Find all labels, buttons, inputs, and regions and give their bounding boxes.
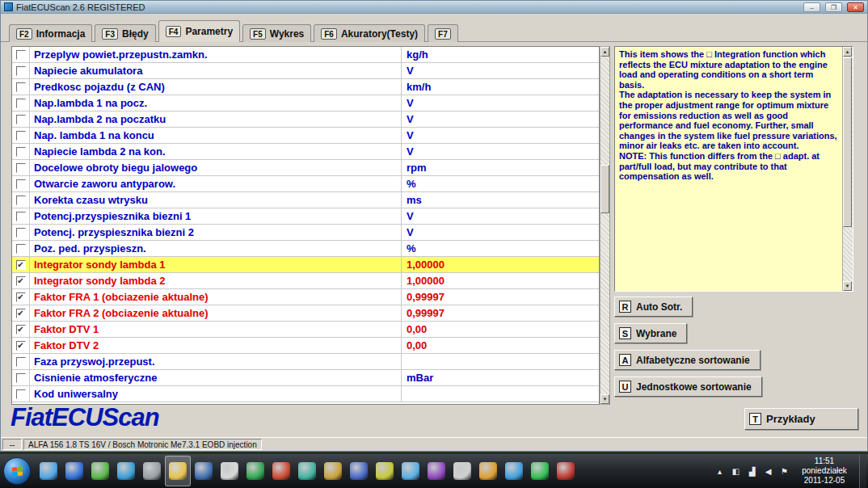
table-row[interactable]: Kod uniwersalny xyxy=(12,386,599,402)
tab-informacja[interactable]: F2 Informacja xyxy=(9,24,92,42)
scrollbar-thumb[interactable] xyxy=(600,165,609,213)
row-checkbox[interactable] xyxy=(16,131,26,141)
parameter-value: 0,00 xyxy=(402,338,599,353)
app-icon[interactable] xyxy=(475,456,501,486)
row-checkbox[interactable] xyxy=(16,292,26,302)
table-row[interactable]: Nap.lambda 2 na poczatku V xyxy=(12,111,599,128)
table-row[interactable]: Nap. lambda 1 na koncu V xyxy=(12,128,599,144)
row-checkbox[interactable] xyxy=(16,325,26,334)
app-icon[interactable] xyxy=(191,456,217,486)
row-checkbox[interactable] xyxy=(16,341,26,351)
app-icon[interactable] xyxy=(242,456,268,486)
row-checkbox[interactable] xyxy=(16,244,26,254)
button-alfabetyczne-sortowanie[interactable]: A Alfabetyczne sortowanie xyxy=(614,350,761,370)
show-desktop-button[interactable] xyxy=(859,454,866,488)
app-icon[interactable] xyxy=(113,456,139,486)
scrollbar-thumb[interactable] xyxy=(843,57,852,227)
table-row[interactable]: Docelowe obroty biegu jalowego rpm xyxy=(12,160,599,176)
app-icon[interactable] xyxy=(398,456,423,486)
button-jednostkowe-sortowanie[interactable]: U Jednostkowe sortowanie xyxy=(614,377,762,397)
scroll-up-arrow-icon[interactable]: ▲ xyxy=(600,47,609,57)
app-icon[interactable] xyxy=(449,456,475,486)
row-checkbox[interactable] xyxy=(16,357,26,367)
table-row[interactable]: Nap.lambda 1 na pocz. V xyxy=(12,95,599,111)
button-auto-sotr-[interactable]: R Auto Sotr. xyxy=(614,297,693,317)
table-row[interactable]: Przeplyw powiet.przepustn.zamkn. kg/h xyxy=(12,47,599,63)
table-row[interactable]: Faktor DTV 1 0,00 xyxy=(12,322,599,338)
row-checkbox[interactable] xyxy=(16,212,26,221)
row-checkbox[interactable] xyxy=(16,163,26,173)
table-row[interactable]: Potencj.przyspiesznika biezni 1 V xyxy=(12,208,599,225)
parameter-name: Cisnienie atmosferyczne xyxy=(30,370,402,385)
tab-b-dy[interactable]: F3 Błędy xyxy=(95,24,155,42)
app-icon[interactable] xyxy=(527,456,553,486)
network-icon[interactable]: ▟ xyxy=(747,467,757,476)
table-row[interactable]: Faktor FRA 1 (obciazenie aktualne) 0,999… xyxy=(12,289,599,305)
row-checkbox[interactable] xyxy=(16,389,26,399)
table-row[interactable]: Napiecie lambda 2 na kon. V xyxy=(12,144,599,160)
app-icon[interactable] xyxy=(423,456,449,486)
button-wybrane[interactable]: S Wybrane xyxy=(614,323,687,343)
examples-button[interactable]: T Przykłady xyxy=(744,408,858,430)
row-checkbox[interactable] xyxy=(16,115,26,124)
hidden-icons-chevron[interactable]: ▴ xyxy=(714,467,725,476)
action-center-flag-icon[interactable]: ⚑ xyxy=(779,467,790,476)
table-row[interactable]: Integrator sondy lambda 1 1,00000 xyxy=(12,257,599,273)
parameter-name: Przeplyw powiet.przepustn.zamkn. xyxy=(30,47,402,62)
row-checkbox[interactable] xyxy=(16,147,26,157)
maximize-button[interactable]: ❐ xyxy=(825,2,842,12)
app-icon[interactable] xyxy=(346,456,372,486)
taskbar-clock[interactable]: 11:51 poniedziałek 2011-12-05 xyxy=(795,456,853,486)
table-row[interactable]: Potencj. przyspiesznika biezni 2 V xyxy=(12,225,599,241)
row-checkbox[interactable] xyxy=(16,373,26,383)
scroll-down-arrow-icon[interactable]: ▼ xyxy=(600,394,609,404)
checkbox-cell xyxy=(12,273,30,288)
row-checkbox[interactable] xyxy=(16,179,26,189)
table-row[interactable]: Faktor DTV 2 0,00 xyxy=(12,338,599,354)
table-row[interactable]: Faza przyswoj.przepust. xyxy=(12,354,599,370)
row-checkbox[interactable] xyxy=(16,50,26,60)
display-icon[interactable]: ◧ xyxy=(731,467,741,476)
table-row[interactable]: Cisnienie atmosferyczne mBar xyxy=(12,370,599,386)
row-checkbox[interactable] xyxy=(16,228,26,238)
app-icon[interactable] xyxy=(217,456,242,486)
app-icon[interactable] xyxy=(501,456,527,486)
table-row[interactable]: Faktor FRA 2 (obciazenie aktualne) 0,999… xyxy=(12,305,599,322)
start-button[interactable] xyxy=(3,457,31,485)
row-checkbox[interactable] xyxy=(16,66,26,76)
tab-f7[interactable]: F7 xyxy=(428,24,458,42)
tab-wykres[interactable]: F5 Wykres xyxy=(242,24,311,42)
table-row[interactable]: Korekta czasu wtrysku ms xyxy=(12,192,599,208)
internet-explorer-icon[interactable] xyxy=(36,456,61,486)
table-row[interactable]: Napiecie akumulatora V xyxy=(12,63,599,79)
row-checkbox[interactable] xyxy=(16,309,26,318)
parameter-name: Docelowe obroty biegu jalowego xyxy=(30,160,402,175)
tab-akuratory-testy-[interactable]: F6 Akuratory(Testy) xyxy=(314,24,425,42)
row-checkbox[interactable] xyxy=(16,99,26,108)
row-checkbox[interactable] xyxy=(16,82,26,92)
app-icon[interactable] xyxy=(139,456,165,486)
table-row[interactable]: Predkosc pojazdu (z CAN) km/h xyxy=(12,79,599,95)
app-icon[interactable] xyxy=(61,456,87,486)
table-row[interactable]: Integrator sondy lambda 2 1,00000 xyxy=(12,273,599,289)
tab-parametry[interactable]: F4 Parametry xyxy=(158,20,240,42)
table-row[interactable]: Otwarcie zaworu antyparow. % xyxy=(12,176,599,192)
app-icon[interactable] xyxy=(320,456,346,486)
app-icon[interactable] xyxy=(268,456,294,486)
window-title: FiatECUScan 2.6 REGISTERED xyxy=(16,2,798,12)
close-button[interactable]: ✕ xyxy=(847,2,864,12)
help-scrollbar[interactable]: ▲ ▼ xyxy=(842,47,853,291)
row-checkbox[interactable] xyxy=(16,276,26,286)
scroll-down-arrow-icon[interactable]: ▼ xyxy=(843,281,852,291)
app-icon[interactable] xyxy=(553,456,579,486)
app-icon[interactable] xyxy=(87,456,113,486)
minimize-button[interactable]: – xyxy=(803,2,820,12)
windows-explorer-icon[interactable] xyxy=(165,456,191,486)
volume-icon[interactable]: ◀ xyxy=(763,467,773,476)
row-checkbox[interactable] xyxy=(16,260,26,270)
app-icon[interactable] xyxy=(372,456,398,486)
row-checkbox[interactable] xyxy=(16,196,26,205)
scroll-up-arrow-icon[interactable]: ▲ xyxy=(843,47,852,57)
table-row[interactable]: Poz. ped. przyspieszn. % xyxy=(12,241,599,257)
app-icon[interactable] xyxy=(294,456,320,486)
